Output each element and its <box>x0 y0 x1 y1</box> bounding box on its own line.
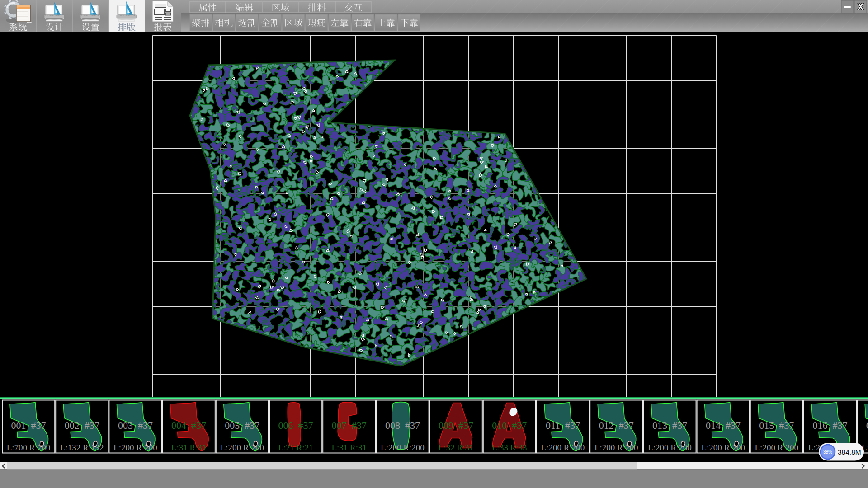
svg-text:L:200 R:200: L:200 R:200 <box>541 443 585 452</box>
svg-text:011_#37: 011_#37 <box>546 420 580 431</box>
svg-text:L:33 R:33: L:33 R:33 <box>492 443 527 452</box>
svg-text:016_#37: 016_#37 <box>813 420 848 431</box>
svg-text:L:200 R:200: L:200 R:200 <box>594 443 638 452</box>
svg-text:L:200 R:200: L:200 R:200 <box>755 443 799 452</box>
svg-text:006_#37: 006_#37 <box>278 420 313 431</box>
svg-text:015_#37: 015_#37 <box>759 420 794 431</box>
svg-text:008_#37: 008_#37 <box>385 420 420 431</box>
svg-text:017_#37: 017_#37 <box>866 420 868 431</box>
svg-text:L:200 R:200: L:200 R:200 <box>113 443 157 452</box>
svg-text:384.8M: 384.8M <box>838 448 861 456</box>
svg-text:L:200 R:200: L:200 R:200 <box>221 443 264 452</box>
svg-text:005_#37: 005_#37 <box>225 420 259 431</box>
svg-text:012_#37: 012_#37 <box>599 420 634 431</box>
svg-text:014_#37: 014_#37 <box>706 420 741 431</box>
svg-text:L:132 R:132: L:132 R:132 <box>60 443 104 452</box>
svg-text:003_#37: 003_#37 <box>118 420 153 431</box>
svg-text:L:31 R:31: L:31 R:31 <box>171 443 207 452</box>
svg-text:007_#37: 007_#37 <box>332 420 367 431</box>
svg-text:L:200 R:200: L:200 R:200 <box>648 443 692 452</box>
svg-text:002_#37: 002_#37 <box>65 420 99 431</box>
svg-text:013_#37: 013_#37 <box>652 420 687 431</box>
svg-text:004_#37: 004_#37 <box>171 420 206 431</box>
svg-text:009_#37: 009_#37 <box>439 420 473 431</box>
svg-text:L:200 R:200: L:200 R:200 <box>701 443 745 452</box>
svg-text:L:200 R:200: L:200 R:200 <box>381 443 425 452</box>
svg-text:L:21 R:21: L:21 R:21 <box>278 443 313 452</box>
svg-text:L:32 R:31: L:32 R:31 <box>439 443 474 452</box>
svg-text:L:700 R:700: L:700 R:700 <box>7 443 51 452</box>
svg-text:001_#37: 001_#37 <box>11 420 46 431</box>
svg-text:38%: 38% <box>823 450 832 455</box>
svg-text:L:31 R:31: L:31 R:31 <box>331 443 367 452</box>
svg-text:010_#37: 010_#37 <box>492 420 527 431</box>
